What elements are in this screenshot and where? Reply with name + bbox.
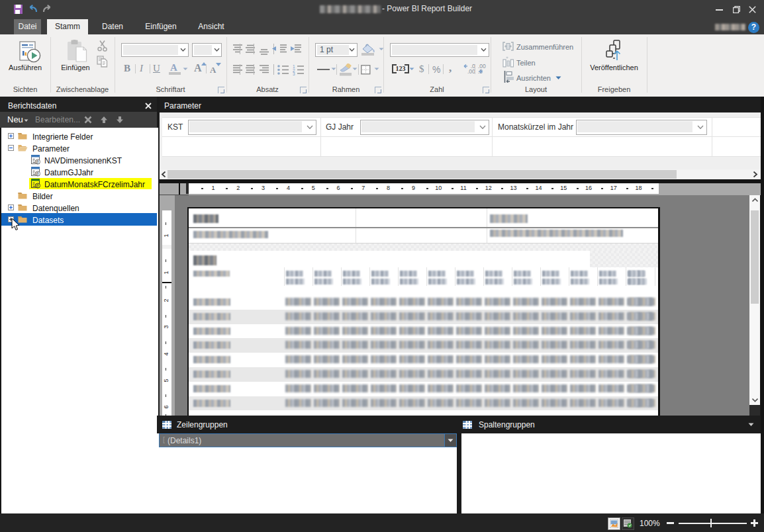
- svg-text:3: 3: [293, 71, 295, 75]
- svg-text:@: @: [36, 172, 39, 177]
- svg-text:@: @: [36, 184, 39, 189]
- svg-text:@: @: [36, 160, 39, 165]
